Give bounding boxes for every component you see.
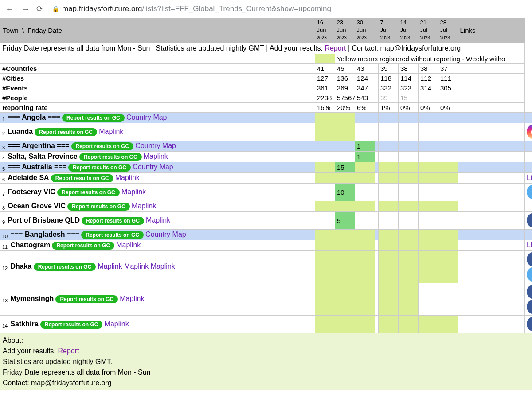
twitter-icon[interactable]: t [527,267,532,282]
row-link[interactable]: Country Map [126,113,167,121]
data-cell [399,141,419,151]
data-cell [458,283,525,315]
row-label-cell: 9 Port of Brisbane QLD Report results on… [0,211,315,229]
legend-row: Yellow means registered without reportin… [0,54,532,63]
facebook-icon[interactable]: f [527,284,532,299]
data-cell [458,172,525,183]
row-link[interactable]: Maplink Maplink Maplink [98,262,175,270]
row-link[interactable]: Country Map [133,163,173,171]
header-date-5: 21Jul2023 [419,18,438,43]
data-cell [419,141,438,151]
data-cell [355,112,375,123]
row-label-cell: 2 Luanda Report results on GC Maplink [0,123,315,141]
facebook-icon[interactable]: f [527,317,532,332]
data-cell [419,211,438,229]
stat-label: #Cities [0,73,315,83]
row-link[interactable]: Maplink [121,188,146,196]
reload-button[interactable]: ⟳ [36,4,43,14]
data-cell [315,162,335,172]
row-link[interactable]: Maplink [105,320,129,328]
extra-link[interactable]: Link [527,241,532,249]
stat-val [375,73,379,83]
data-cell [315,172,335,183]
report-button[interactable]: Report results on GC [57,188,120,196]
data-row-4: 4 Salta, Salta Province Report results o… [0,151,532,162]
stat-val: 20% [335,102,355,112]
row-link[interactable]: Maplink [115,174,140,181]
data-cell [315,229,335,240]
header-town-label: Town \ Friday Date [0,18,315,43]
row-links-cell: f f [525,283,532,315]
data-cell [355,183,375,201]
data-cell [315,283,335,315]
forward-button[interactable]: → [20,4,31,14]
data-row-13: 13 Mymensingh Report results on GC Mapli… [0,283,532,315]
facebook-icon[interactable]: f [527,213,532,228]
report-button[interactable]: Report results on GC [51,174,113,182]
row-link[interactable]: Maplink [132,202,156,210]
row-name: Satkhira [10,320,38,328]
report-button[interactable]: Report results on GC [71,142,134,150]
stat-val: 39 [379,63,399,73]
data-cell [315,151,335,162]
data-cell [438,283,458,315]
facebook-icon[interactable]: f [527,299,532,314]
report-button[interactable]: Report results on GC [40,321,103,329]
report-button[interactable]: Report results on GC [52,242,114,250]
report-button[interactable]: Report results on GC [81,231,144,239]
data-cell [315,240,335,250]
row-name: === Argentina === [8,142,69,149]
row-link[interactable]: Maplink [116,241,141,249]
report-button[interactable]: Report results on GC [67,203,130,211]
stat-val: 332 [379,83,399,93]
data-cell [355,123,375,141]
data-cell [399,229,419,240]
row-link[interactable]: Maplink [144,153,168,160]
address-bar[interactable]: 🔒 map.fridaysforfuture.org/lists?list=FF… [48,3,528,15]
data-cell [335,201,355,211]
data-cell [379,151,399,162]
report-button[interactable]: Report results on GC [35,128,97,136]
facebook-icon[interactable]: f [527,252,532,267]
data-cell [419,250,438,283]
data-cell [355,162,375,172]
stat-val: 136 [335,73,355,83]
row-link[interactable]: Maplink [120,295,144,302]
instagram-icon[interactable]: ◎ [527,124,532,139]
report-button[interactable]: Report results on GC [55,295,118,303]
data-row-9: 9 Port of Brisbane QLD Report results on… [0,211,532,229]
data-cell [399,151,419,162]
row-link[interactable]: Country Map [145,231,186,238]
data-cell [355,250,375,283]
data-cell [438,315,458,333]
notice-report-link[interactable]: Report [325,44,346,52]
data-cell [379,141,399,151]
twitter-icon[interactable]: t [527,184,532,200]
report-button[interactable]: Report results on GC [82,217,144,225]
back-button[interactable]: ← [4,4,15,14]
row-links-cell [525,201,532,211]
row-link[interactable]: Maplink [99,128,123,135]
stat-val: 118 [379,73,399,83]
stat-val: 305 [438,83,458,93]
url-host: map.fridaysforfuture.org [62,4,142,13]
data-cell [399,172,419,183]
row-name: Adelaide SA [8,174,49,181]
report-button[interactable]: Report results on GC [79,153,142,161]
data-cell [399,201,419,211]
row-links-cell: ◎ [525,123,532,141]
row-link[interactable]: Maplink [146,216,170,224]
report-button[interactable]: Report results on GC [62,114,125,122]
data-cell: 15 [335,162,355,172]
footer-report-link[interactable]: Report [58,347,79,355]
stat-val: 43 [355,63,375,73]
data-cell [379,123,399,141]
row-links-cell: Link [525,240,532,250]
report-button[interactable]: Report results on GC [34,263,96,271]
stat-val: 323 [399,83,419,93]
report-button[interactable]: Report results on GC [68,164,131,172]
extra-link[interactable]: Link [527,174,532,181]
data-cell [379,240,399,250]
data-cell [335,123,355,141]
row-link[interactable]: Country Map [135,142,176,149]
